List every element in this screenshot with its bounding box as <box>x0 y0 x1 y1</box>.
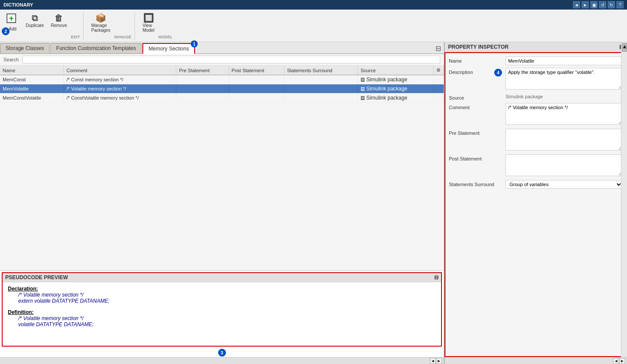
prop-prestatement-row: Pre Statement <box>449 129 623 152</box>
declaration-label: Declaration: <box>8 286 436 292</box>
def-line1: /* Volatile memory section */ <box>18 315 436 321</box>
prop-comment-label: Comment <box>449 103 506 110</box>
view-model-icon: 🔲 <box>143 13 154 22</box>
manage-group: 📦 ManagePackages MANAGE <box>88 11 135 40</box>
def-line2: volatile DATATYPE DATANAME; <box>18 321 436 327</box>
row1-options <box>434 75 444 84</box>
row2-name: MemVolatile <box>0 84 64 94</box>
scroll-up-btn[interactable]: ▲ <box>622 43 627 52</box>
prop-poststatement-label: Post Statement <box>449 154 506 161</box>
prop-name-value[interactable] <box>506 57 623 65</box>
row2-options <box>434 84 444 94</box>
title-bar-controls[interactable]: ◄ ► ▣ ↺ ↻ ? <box>573 1 624 8</box>
remove-label: Remove <box>51 23 67 28</box>
row1-surround <box>284 75 358 84</box>
prop-description-textarea[interactable]: Apply the storage type qualifier "volati… <box>506 68 623 90</box>
prop-name-row: Name <box>449 57 623 65</box>
property-inspector-header: PROPERTY INSPECTOR ⊠ <box>445 42 627 52</box>
prop-poststatement-value[interactable] <box>506 154 623 177</box>
resize-handle-area[interactable]: 3 <box>0 348 444 357</box>
prop-comment-textarea[interactable]: /* Volatile memory section */ <box>506 103 623 125</box>
col-name: Name <box>0 66 64 75</box>
nav-back-btn[interactable]: ◄ <box>573 1 580 8</box>
help-btn[interactable]: ? <box>617 1 624 8</box>
scroll-right-btn[interactable]: ► <box>436 358 442 364</box>
toolbar: + Add 2 ⧉ Duplicate 🗑 Remove EDIT 📦 Mana… <box>0 10 627 42</box>
right-panel: PROPERTY INSPECTOR ⊠ Name Description 4 … <box>444 42 627 364</box>
right-bottom-bar: ◄ ► <box>445 357 627 364</box>
pseudocode-header: PSEUDOCODE PREVIEW ⊟ <box>3 273 441 282</box>
tab-memory-sections[interactable]: Memory Sections 1 <box>142 43 195 54</box>
remove-icon: 🗑 <box>54 13 63 22</box>
remove-button[interactable]: 🗑 Remove <box>48 11 70 30</box>
tab-function-customization[interactable]: Function Customization Templates <box>51 43 142 53</box>
row1-pre <box>176 75 229 84</box>
prop-description-value[interactable]: 4 Apply the storage type qualifier "vola… <box>506 68 623 91</box>
prop-poststatement-textarea[interactable] <box>506 154 623 176</box>
manage-packages-button[interactable]: 📦 ManagePackages <box>88 11 113 35</box>
row3-source: 🖼 Simulink package <box>358 94 434 103</box>
row1-name: MemConst <box>0 75 64 84</box>
prop-name-label: Name <box>449 57 506 63</box>
row3-name: MemConstVolatile <box>0 94 64 103</box>
duplicate-button[interactable]: ⧉ Duplicate <box>23 11 47 30</box>
table-header: Name Comment Pre Statement Post Statemen… <box>0 66 444 75</box>
undo-btn[interactable]: ↺ <box>599 1 606 8</box>
panel-collapse-btn[interactable]: ⊟ <box>433 43 444 53</box>
row3-post <box>229 94 284 103</box>
row2-pre <box>176 84 229 94</box>
manage-packages-icon: 📦 <box>95 13 106 22</box>
nav-forward-btn[interactable]: ► <box>582 1 589 8</box>
manage-packages-label: ManagePackages <box>91 23 110 33</box>
row2-post <box>229 84 284 94</box>
prop-statementssurround-value[interactable]: Group of variables Each variable None <box>506 180 623 189</box>
prop-prestatement-textarea[interactable] <box>506 129 623 150</box>
pseudocode-collapse-icon[interactable]: ⊟ <box>434 274 438 281</box>
search-input[interactable] <box>22 56 440 63</box>
scroll-left-btn[interactable]: ◄ <box>430 358 436 364</box>
tab-bar: Storage Classes Function Customization T… <box>0 42 444 54</box>
row1-post <box>229 75 284 84</box>
col-statements-surround: Statements Surround <box>284 66 358 75</box>
right-scroll-left-btn[interactable]: ◄ <box>613 358 619 364</box>
tab-storage-classes[interactable]: Storage Classes <box>0 43 50 53</box>
view-model-button[interactable]: 🔲 ViewModel <box>139 11 157 35</box>
decl-line1: /* Volatile memory section */ <box>18 292 436 298</box>
prop-comment-row: Comment /* Volatile memory section */ <box>449 103 623 126</box>
model-group: 🔲 ViewModel MODEL <box>139 11 175 40</box>
prop-name-input[interactable] <box>506 57 623 65</box>
redo-btn[interactable]: ↻ <box>608 1 615 8</box>
property-inspector-title: PROPERTY INSPECTOR <box>448 44 509 50</box>
row2-comment: /* Volatile memory section */ <box>64 84 176 94</box>
prop-statementssurround-row: Statements Surround Group of variables E… <box>449 180 623 189</box>
prop-source-value: Simulink package <box>506 94 623 100</box>
row3-comment: /* ConstVolatile memory section */ <box>64 94 176 103</box>
table-row[interactable]: MemVolatile /* Volatile memory section *… <box>0 84 444 94</box>
data-table: Name Comment Pre Statement Post Statemen… <box>0 66 444 270</box>
search-bar: Search <box>0 54 444 66</box>
row3-options <box>434 94 444 103</box>
col-post-statement: Post Statement <box>229 66 284 75</box>
prop-source-static: Simulink package <box>506 92 543 99</box>
app-title: DICTIONARY <box>3 2 33 7</box>
left-panel: Storage Classes Function Customization T… <box>0 42 444 364</box>
duplicate-icon: ⧉ <box>32 13 38 22</box>
row2-source: 🖼 Simulink package <box>358 84 434 94</box>
layout-btn[interactable]: ▣ <box>590 1 597 8</box>
prop-prestatement-value[interactable] <box>506 129 623 152</box>
col-pre-statement: Pre Statement <box>176 66 229 75</box>
right-scroll-right-btn[interactable]: ► <box>619 358 625 364</box>
row1-comment: /* Const memory section */ <box>64 75 176 84</box>
prop-statementssurround-select[interactable]: Group of variables Each variable None <box>506 180 623 189</box>
table-row[interactable]: MemConstVolatile /* ConstVolatile memory… <box>0 94 444 103</box>
badge-2: 2 <box>2 27 10 35</box>
table-row[interactable]: MemConst /* Const memory section */ 🖼 Si… <box>0 75 444 84</box>
add-label: Add <box>9 27 17 31</box>
search-label: Search <box>3 57 19 62</box>
prop-comment-value[interactable]: /* Volatile memory section */ <box>506 103 623 126</box>
prop-source-row: Source Simulink package <box>449 94 623 100</box>
bottom-bar: ◄ ► <box>0 357 444 364</box>
view-model-label: ViewModel <box>142 23 154 33</box>
right-scrollbar[interactable]: ▲ <box>621 42 627 357</box>
prop-poststatement-row: Post Statement <box>449 154 623 177</box>
